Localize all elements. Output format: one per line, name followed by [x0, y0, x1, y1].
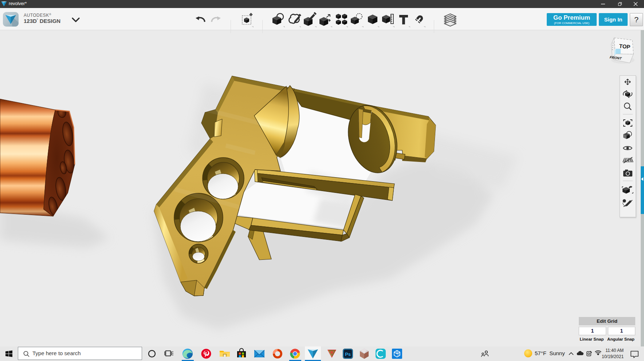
svg-text:Ps: Ps	[345, 352, 351, 357]
svg-text:FRONT: FRONT	[609, 55, 622, 60]
